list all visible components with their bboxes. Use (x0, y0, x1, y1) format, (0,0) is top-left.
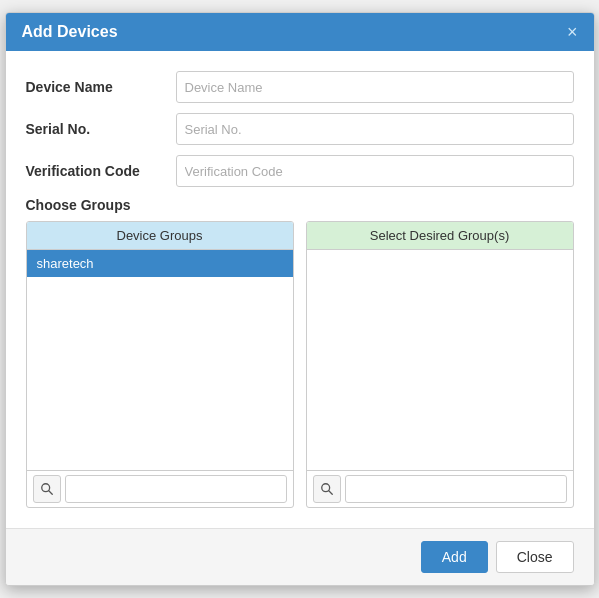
svg-line-1 (48, 491, 52, 495)
serial-no-label: Serial No. (26, 121, 176, 137)
verification-code-input[interactable] (176, 155, 574, 187)
choose-groups-label: Choose Groups (26, 197, 574, 213)
svg-line-3 (328, 491, 332, 495)
close-button[interactable]: Close (496, 541, 574, 573)
group-item-sharetech[interactable]: sharetech (27, 250, 293, 277)
device-name-input[interactable] (176, 71, 574, 103)
serial-no-row: Serial No. (26, 113, 574, 145)
device-groups-search-input[interactable] (65, 475, 287, 503)
serial-no-input[interactable] (176, 113, 574, 145)
modal-body: Device Name Serial No. Verification Code… (6, 51, 594, 528)
device-name-label: Device Name (26, 79, 176, 95)
verification-code-label: Verification Code (26, 163, 176, 179)
groups-container: Device Groups sharetech Select Desi (26, 221, 574, 508)
device-groups-search-bar (27, 470, 293, 507)
select-groups-header: Select Desired Group(s) (307, 222, 573, 250)
search-icon (320, 482, 334, 496)
select-groups-panel: Select Desired Group(s) (306, 221, 574, 508)
select-groups-search-button[interactable] (313, 475, 341, 503)
verification-code-row: Verification Code (26, 155, 574, 187)
search-icon (40, 482, 54, 496)
select-groups-search-bar (307, 470, 573, 507)
device-groups-list: sharetech (27, 250, 293, 470)
select-groups-search-input[interactable] (345, 475, 567, 503)
device-groups-search-button[interactable] (33, 475, 61, 503)
device-groups-panel: Device Groups sharetech (26, 221, 294, 508)
device-groups-header: Device Groups (27, 222, 293, 250)
add-button[interactable]: Add (421, 541, 488, 573)
modal-close-button[interactable]: × (567, 23, 578, 41)
modal-footer: Add Close (6, 528, 594, 585)
device-name-row: Device Name (26, 71, 574, 103)
add-devices-modal: Add Devices × Device Name Serial No. Ver… (5, 12, 595, 586)
select-groups-list (307, 250, 573, 470)
modal-header: Add Devices × (6, 13, 594, 51)
modal-title: Add Devices (22, 23, 118, 41)
